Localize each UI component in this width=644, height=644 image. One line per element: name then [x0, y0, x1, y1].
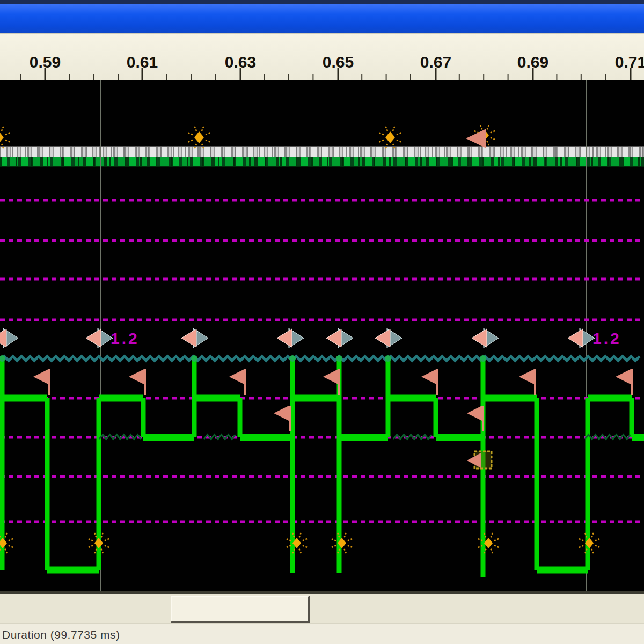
- bus-trace-white: [0, 146, 644, 157]
- bus-trace-green: [0, 157, 644, 167]
- logic-analyzer-window: Duration (99.7735 ms) 0.590.610.630.650.…: [0, 0, 644, 644]
- status-bar: Duration (99.7735 ms): [0, 623, 644, 644]
- time-ruler[interactable]: [0, 33, 644, 82]
- window-titlebar[interactable]: [0, 4, 644, 33]
- waveform-canvas[interactable]: [0, 80, 644, 591]
- horizontal-scrollbar[interactable]: [0, 591, 644, 625]
- status-duration-text: Duration (99.7735 ms): [2, 628, 120, 641]
- window-top-border: [0, 0, 644, 4]
- scrollbar-thumb[interactable]: [171, 596, 310, 623]
